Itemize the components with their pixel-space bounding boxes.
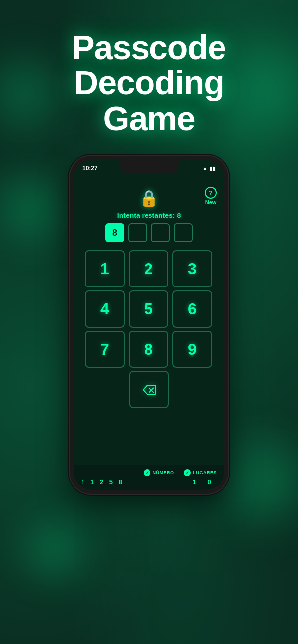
wifi-icon: ▲ <box>202 165 208 171</box>
battery-icon: ▮▮ <box>210 165 216 172</box>
history-row-1: 1. 1 2 5 8 1 0 <box>81 478 217 486</box>
num-button-4[interactable]: 4 <box>85 290 125 328</box>
numpad: 1 2 3 4 5 6 7 8 9 <box>85 250 213 368</box>
help-circle-icon[interactable]: ? <box>205 187 217 199</box>
history-header: ✓ NÚMERO ✓ LUGARES <box>81 469 217 476</box>
code-slots: 8 <box>105 223 193 242</box>
status-icons: ▲ ▮▮ <box>202 165 216 172</box>
row-score2-1: 0 <box>202 478 217 486</box>
num-button-3[interactable]: 3 <box>172 250 212 287</box>
backspace-icon <box>142 384 156 395</box>
attempts-remaining: Intenta restantes: 8 <box>117 212 181 219</box>
history-panel: ✓ NÚMERO ✓ LUGARES 1. 1 2 5 8 1 <box>74 465 224 490</box>
row-guess-1: 1 2 5 8 <box>90 478 187 486</box>
slot-0: 8 <box>105 223 124 242</box>
check-numero-icon: ✓ <box>144 469 150 476</box>
status-time: 10:27 <box>82 165 98 172</box>
num-button-1[interactable]: 1 <box>85 250 125 287</box>
num-button-2[interactable]: 2 <box>129 250 168 287</box>
lugares-column-header: ✓ LUGARES <box>184 469 217 476</box>
delete-row <box>85 371 213 408</box>
new-label[interactable]: New <box>205 199 217 205</box>
num-button-9[interactable]: 9 <box>172 331 212 368</box>
page-title: Passcode Decoding Game <box>72 30 226 136</box>
delete-button[interactable] <box>129 371 169 408</box>
check-lugares-icon: ✓ <box>184 469 191 476</box>
num-button-5[interactable]: 5 <box>129 290 168 328</box>
slot-1 <box>128 223 147 242</box>
slot-2 <box>151 223 170 242</box>
numero-column-header: ✓ NÚMERO <box>144 469 174 476</box>
phone-mockup: 10:27 ▲ ▮▮ 🔒 ? New <box>70 156 228 494</box>
top-row: 🔒 ? New <box>81 187 217 208</box>
lock-icon: 🔒 <box>139 189 159 208</box>
slot-3 <box>174 223 193 242</box>
row-index-1: 1. <box>81 479 90 485</box>
phone-notch <box>119 160 179 174</box>
num-button-8[interactable]: 8 <box>129 331 168 368</box>
page-content: Passcode Decoding Game 10:27 ▲ ▮▮ 🔒 <box>0 0 298 644</box>
row-score1-1: 1 <box>187 478 202 486</box>
num-button-7[interactable]: 7 <box>85 331 125 368</box>
help-button[interactable]: ? New <box>205 187 217 205</box>
num-button-6[interactable]: 6 <box>172 290 212 328</box>
phone-screen: 10:27 ▲ ▮▮ 🔒 ? New <box>74 160 224 490</box>
phone-outer: 10:27 ▲ ▮▮ 🔒 ? New <box>70 156 228 494</box>
app-content: 🔒 ? New Intenta restantes: 8 8 <box>74 182 224 490</box>
